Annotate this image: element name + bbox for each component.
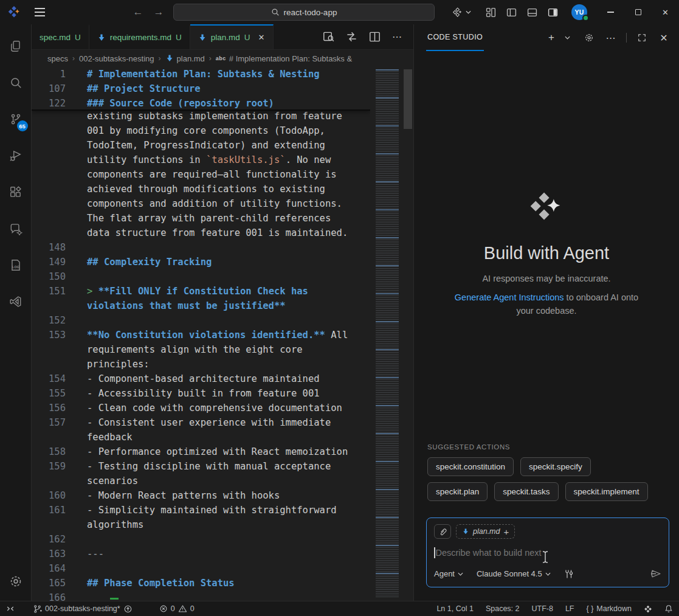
generate-instructions-link[interactable]: Generate Agent Instructions <box>455 292 564 302</box>
tools-icon[interactable] <box>564 569 574 579</box>
model-selector[interactable]: Claude Sonnet 4.5 <box>477 569 551 578</box>
composer-placeholder: Describe what to build next <box>436 548 542 558</box>
breadcrumb-item[interactable]: specs <box>47 54 68 63</box>
extensions-icon[interactable] <box>1 178 30 207</box>
context-file-chip[interactable]: plan.md + <box>456 524 515 539</box>
code-line: utility functions in `taskUtils.js`. No … <box>32 153 370 167</box>
minimap[interactable] <box>374 67 402 601</box>
close-tab-icon[interactable]: ✕ <box>258 33 265 42</box>
window-minimize-button[interactable] <box>597 0 624 24</box>
editor[interactable]: 1# Implementation Plan: Subtasks & Nesti… <box>32 67 413 601</box>
customize-layout-icon[interactable] <box>486 7 496 18</box>
explorer-icon[interactable] <box>1 32 30 61</box>
panel-expand-icon[interactable] <box>635 31 649 44</box>
publish-changes-icon <box>123 604 133 614</box>
suggested-actions-rows: speckit.constitutionspeckit.specifyspeck… <box>427 457 667 501</box>
open-changes-icon[interactable] <box>346 31 357 43</box>
toggle-panel-icon[interactable] <box>527 7 537 18</box>
chevron-down-icon <box>458 572 463 576</box>
assistant-menu-button[interactable] <box>453 7 471 18</box>
tab-plan.md[interactable]: plan.mdU✕ <box>190 24 274 49</box>
line-number: 165 <box>32 576 66 590</box>
breadcrumb[interactable]: specs›002-subtasks-nesting›plan.md›abc# … <box>32 50 413 67</box>
more-actions-icon[interactable]: ⋯ <box>392 31 402 43</box>
action-row: speckit.planspeckit.tasksspeckit.impleme… <box>427 482 667 501</box>
action-button-speckit.constitution[interactable]: speckit.constitution <box>427 457 514 476</box>
account-avatar[interactable]: YU <box>571 4 587 20</box>
source-control-icon[interactable]: 65 <box>1 105 30 134</box>
run-debug-icon[interactable] <box>1 141 30 170</box>
line-number: 162 <box>32 532 66 547</box>
tab-requirements.md[interactable]: requirements.mdU <box>89 24 190 49</box>
action-button-speckit.tasks[interactable]: speckit.tasks <box>494 482 558 501</box>
window-close-button[interactable]: ✕ <box>652 0 679 24</box>
breadcrumb-item[interactable]: plan.md <box>165 54 205 63</box>
new-chat-dropdown-icon[interactable] <box>560 31 574 44</box>
action-button-speckit.plan[interactable]: speckit.plan <box>427 482 488 501</box>
navigate-back-button[interactable]: ← <box>129 0 147 24</box>
split-editor-icon[interactable] <box>369 31 381 43</box>
indentation-item[interactable]: Spaces: 2 <box>486 604 520 613</box>
code-line: 148 <box>32 240 370 255</box>
tab-spec.md[interactable]: spec.mdU <box>32 24 89 49</box>
chat-ai-icon[interactable] <box>1 214 30 243</box>
hamburger-menu-icon[interactable] <box>35 8 45 16</box>
panel-close-icon[interactable]: ✕ <box>657 31 670 44</box>
scrollbar-thumb[interactable] <box>404 69 412 129</box>
breadcrumb-separator: › <box>72 54 75 63</box>
code-line: 165## Phase Completion Status <box>32 576 370 590</box>
vs-tools-icon[interactable] <box>1 287 30 316</box>
language-mode-item[interactable]: { } Markdown <box>587 604 632 613</box>
toggle-secondary-sidebar-icon[interactable] <box>548 7 558 18</box>
line-number: 151 <box>32 284 66 299</box>
attach-context-button[interactable] <box>434 524 451 539</box>
notifications-bell-icon[interactable] <box>664 604 673 613</box>
line-number: 152 <box>32 313 66 328</box>
activity-bar: 65 LOG <box>0 24 32 601</box>
settings-gear-icon[interactable] <box>1 567 30 596</box>
action-button-speckit.specify[interactable]: speckit.specify <box>520 457 591 476</box>
text-caret <box>434 547 435 558</box>
chevron-down-icon <box>466 10 471 14</box>
new-chat-icon[interactable]: + <box>545 31 558 44</box>
panel-settings-gear-icon[interactable] <box>582 31 596 44</box>
remote-indicator[interactable] <box>6 604 15 613</box>
composer-input[interactable]: Describe what to build next <box>434 547 661 559</box>
command-center-search[interactable]: react-todo-app <box>173 4 435 21</box>
layout-controls <box>486 7 558 18</box>
warnings-icon <box>178 604 187 613</box>
code-line: 155- Accessibility built in from feature… <box>32 386 370 401</box>
chat-composer[interactable]: plan.md + Describe what to build next Ag… <box>426 517 669 587</box>
log-output-icon[interactable]: LOG <box>1 251 30 280</box>
encoding-item[interactable]: UTF-8 <box>531 604 553 613</box>
navigate-forward-button[interactable]: → <box>150 0 168 24</box>
sticky-scroll[interactable]: 1# Implementation Plan: Subtasks & Nesti… <box>32 67 370 111</box>
panel-more-icon[interactable]: ⋯ <box>604 31 618 44</box>
toggle-primary-sidebar-icon[interactable] <box>506 7 517 18</box>
code-area[interactable]: 1# Implementation Plan: Subtasks & Nesti… <box>32 67 370 601</box>
code-line: existing subtasks implementation from fe… <box>32 109 370 123</box>
cursor-position-item[interactable]: Ln 1, Col 1 <box>436 604 473 613</box>
assistant-status-icon[interactable] <box>644 604 652 613</box>
git-branch-item[interactable]: 002-subtasks-nesting* <box>33 604 133 614</box>
panel-header: CODE STUDIO + ⋯ ✕ <box>414 24 679 51</box>
panel-tab-code-studio[interactable]: CODE STUDIO <box>426 24 484 51</box>
eol-item[interactable]: LF <box>565 604 574 613</box>
open-preview-icon[interactable] <box>323 31 334 43</box>
search-value: react-todo-app <box>284 8 337 17</box>
mode-selector[interactable]: Agent <box>434 569 463 578</box>
problems-item[interactable]: 0 0 <box>159 604 195 613</box>
code-line: components and addition of utility funct… <box>32 196 370 211</box>
breadcrumb-item[interactable]: 002-subtasks-nesting <box>79 54 154 63</box>
search-sidebar-icon[interactable] <box>1 68 30 97</box>
code-line: TodoItem, ProgressIndicator) and extendi… <box>32 138 370 153</box>
vertical-scrollbar[interactable] <box>402 67 413 601</box>
code-line: principles: <box>32 357 370 372</box>
window-maximize-button[interactable] <box>624 0 652 24</box>
assistant-diamond-icon <box>453 7 463 18</box>
action-button-speckit.implement[interactable]: speckit.implement <box>565 482 648 501</box>
send-button[interactable] <box>650 568 661 580</box>
tab-label: requirements.md <box>110 33 171 42</box>
breadcrumb-item[interactable]: abc# Implementation Plan: Subtasks & <box>216 54 352 63</box>
add-context-icon[interactable]: + <box>503 527 509 537</box>
